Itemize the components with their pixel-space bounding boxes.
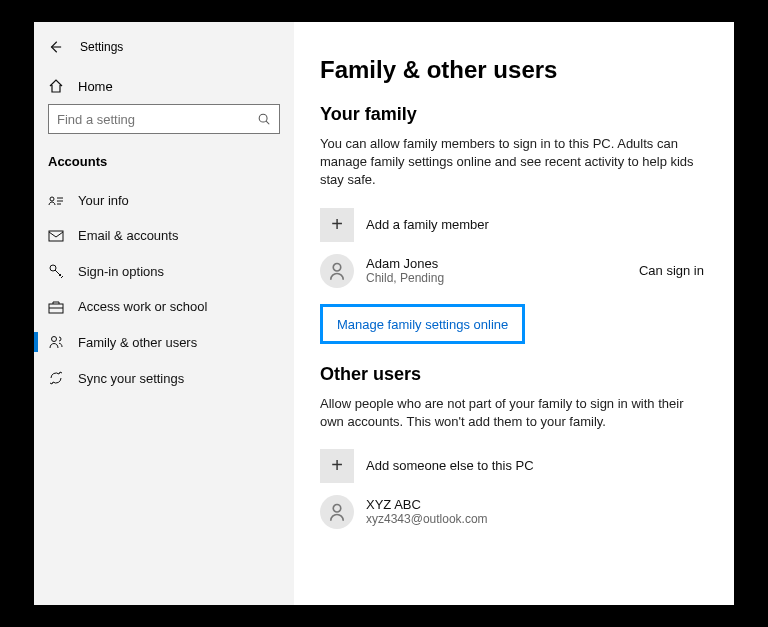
home-label: Home [78, 79, 113, 94]
search-icon [257, 112, 271, 126]
member-status: Can sign in [639, 263, 704, 278]
member-sub: Child, Pending [366, 271, 627, 285]
nav-label: Family & other users [78, 335, 197, 350]
svg-point-6 [333, 263, 341, 271]
nav-label: Sync your settings [78, 371, 184, 386]
people-icon [48, 334, 64, 350]
family-member-row[interactable]: Adam Jones Child, Pending Can sign in [320, 254, 708, 288]
add-other-label: Add someone else to this PC [366, 458, 708, 473]
app-title: Settings [80, 40, 123, 54]
nav-label: Access work or school [78, 299, 207, 314]
nav-access-work-school[interactable]: Access work or school [34, 289, 294, 324]
nav-your-info[interactable]: Your info [34, 183, 294, 218]
nav-signin-options[interactable]: Sign-in options [34, 253, 294, 289]
nav-label: Sign-in options [78, 264, 164, 279]
back-button[interactable] [48, 40, 62, 54]
section-header: Accounts [34, 150, 294, 183]
home-icon [48, 78, 64, 94]
manage-family-label: Manage family settings online [337, 317, 508, 332]
manage-family-link[interactable]: Manage family settings online [320, 304, 525, 344]
person-card-icon [48, 195, 64, 207]
nav-label: Email & accounts [78, 228, 178, 243]
search-input[interactable] [57, 112, 257, 127]
home-nav[interactable]: Home [34, 72, 294, 104]
family-heading: Your family [320, 104, 708, 125]
person-icon [327, 502, 347, 522]
person-icon [327, 261, 347, 281]
topbar: Settings [34, 40, 294, 72]
sync-icon [48, 370, 64, 386]
plus-icon: + [320, 208, 354, 242]
page-title: Family & other users [320, 56, 708, 84]
other-user-sub: xyz4343@outlook.com [366, 512, 708, 526]
svg-point-1 [50, 197, 54, 201]
add-family-member[interactable]: + Add a family member [320, 208, 708, 242]
nav-sync-settings[interactable]: Sync your settings [34, 360, 294, 396]
other-heading: Other users [320, 364, 708, 385]
svg-point-0 [259, 114, 267, 122]
mail-icon [48, 230, 64, 242]
nav-list: Your info Email & accounts Sign-in optio… [34, 183, 294, 396]
svg-point-5 [52, 337, 57, 342]
family-description: You can allow family members to sign in … [320, 135, 700, 190]
settings-window: Settings Home Accounts Your info [34, 22, 734, 605]
plus-icon: + [320, 449, 354, 483]
arrow-left-icon [48, 40, 62, 54]
avatar [320, 495, 354, 529]
member-name: Adam Jones [366, 256, 627, 271]
briefcase-icon [48, 300, 64, 314]
svg-rect-2 [49, 231, 63, 241]
other-user-row[interactable]: XYZ ABC xyz4343@outlook.com [320, 495, 708, 529]
sidebar: Settings Home Accounts Your info [34, 22, 294, 605]
add-other-user[interactable]: + Add someone else to this PC [320, 449, 708, 483]
search-box[interactable] [48, 104, 280, 134]
nav-label: Your info [78, 193, 129, 208]
nav-family-other-users[interactable]: Family & other users [34, 324, 294, 360]
key-icon [48, 263, 64, 279]
other-description: Allow people who are not part of your fa… [320, 395, 700, 431]
nav-email-accounts[interactable]: Email & accounts [34, 218, 294, 253]
avatar [320, 254, 354, 288]
main-content: Family & other users Your family You can… [294, 22, 734, 605]
add-family-label: Add a family member [366, 217, 708, 232]
other-user-name: XYZ ABC [366, 497, 708, 512]
svg-point-7 [333, 504, 341, 512]
